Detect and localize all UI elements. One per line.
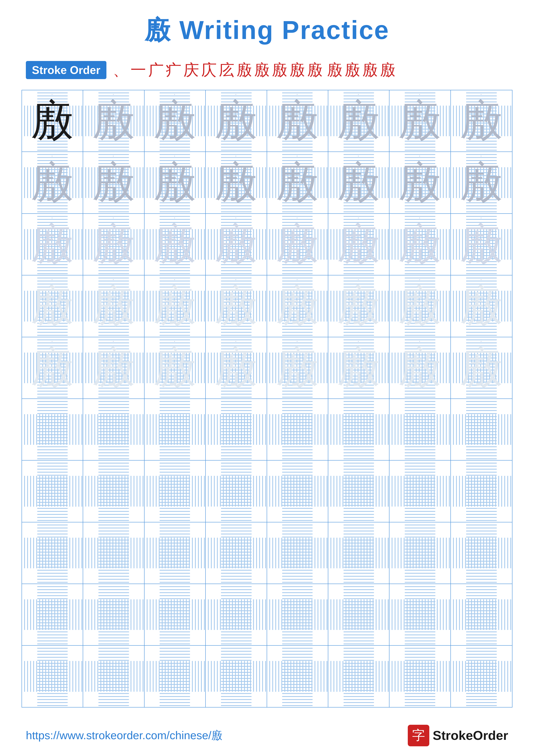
grid-cell-3-7[interactable]: · 廒 [390, 214, 451, 275]
grid-cell-1-3[interactable]: · 廒 [144, 90, 206, 151]
grid-cell-10-6[interactable] [328, 646, 390, 707]
grid-cell-9-2[interactable] [83, 584, 144, 645]
grid-cell-9-7[interactable] [390, 584, 451, 645]
corner-mark: · [174, 91, 176, 93]
grid-cell-7-8[interactable] [451, 461, 512, 522]
grid-cell-7-4[interactable] [206, 461, 267, 522]
grid-cell-4-3[interactable]: · 廒 [144, 275, 206, 337]
grid-cell-8-1[interactable] [22, 523, 83, 583]
grid-cell-8-5[interactable] [267, 523, 328, 583]
grid-cell-1-6[interactable]: · 廒 [328, 90, 390, 151]
practice-char: 廒 [337, 161, 380, 204]
corner-mark: · [113, 215, 115, 217]
grid-cell-6-7[interactable] [390, 399, 451, 460]
grid-cell-5-4[interactable]: · 廒 [206, 337, 267, 398]
practice-char: 廒 [398, 284, 441, 328]
grid-cell-10-3[interactable] [144, 646, 206, 707]
grid-cell-3-1[interactable]: · 廒 [22, 214, 83, 275]
grid-cell-9-6[interactable] [328, 584, 390, 645]
grid-cell-2-8[interactable]: · 廒 [451, 152, 512, 213]
grid-cell-10-5[interactable] [267, 646, 328, 707]
grid-cell-5-6[interactable]: · 廒 [328, 337, 390, 398]
grid-cell-4-1[interactable]: · 廒 [22, 275, 83, 337]
grid-cell-4-7[interactable]: · 廒 [390, 275, 451, 337]
grid-cell-6-1[interactable] [22, 399, 83, 460]
grid-cell-7-6[interactable] [328, 461, 390, 522]
grid-cell-8-4[interactable] [206, 523, 267, 583]
grid-cell-4-6[interactable]: · 廒 [328, 275, 390, 337]
grid-cell-5-1[interactable]: · 廒 [22, 337, 83, 398]
corner-mark: · [113, 91, 115, 93]
grid-row-5: · 廒 · 廒 · 廒 · 廒 · 廒 · 廒 · 廒 · 廒 [22, 337, 512, 399]
grid-cell-5-7[interactable]: · 廒 [390, 337, 451, 398]
grid-cell-2-3[interactable]: · 廒 [144, 152, 206, 213]
grid-cell-5-5[interactable]: · 廒 [267, 337, 328, 398]
grid-cell-9-5[interactable] [267, 584, 328, 645]
grid-cell-6-8[interactable] [451, 399, 512, 460]
grid-cell-6-6[interactable] [328, 399, 390, 460]
grid-cell-1-2[interactable]: · 廒 [83, 90, 144, 151]
grid-cell-1-1[interactable]: · 廒 [22, 90, 83, 151]
stroke-14: 廒 [345, 62, 360, 78]
grid-cell-3-4[interactable]: · 廒 [206, 214, 267, 275]
grid-cell-4-4[interactable]: · 廒 [206, 275, 267, 337]
stroke-11: 廒 [290, 62, 305, 78]
grid-cell-9-3[interactable] [144, 584, 206, 645]
grid-cell-5-3[interactable]: · 廒 [144, 337, 206, 398]
grid-cell-4-2[interactable]: · 廒 [83, 275, 144, 337]
grid-cell-8-3[interactable] [144, 523, 206, 583]
grid-cell-7-3[interactable] [144, 461, 206, 522]
stroke-15: 廒 [362, 62, 378, 78]
grid-cell-7-2[interactable] [83, 461, 144, 522]
grid-cell-1-8[interactable]: · 廒 [451, 90, 512, 151]
grid-cell-3-5[interactable]: · 廒 [267, 214, 328, 275]
grid-cell-9-8[interactable] [451, 584, 512, 645]
grid-cell-10-4[interactable] [206, 646, 267, 707]
grid-cell-2-4[interactable]: · 廒 [206, 152, 267, 213]
grid-cell-10-1[interactable] [22, 646, 83, 707]
corner-mark: · [480, 91, 483, 93]
grid-cell-2-1[interactable]: · 廒 [22, 152, 83, 213]
practice-char: 廒 [276, 161, 319, 204]
grid-cell-6-4[interactable] [206, 399, 267, 460]
grid-cell-8-8[interactable] [451, 523, 512, 583]
grid-cell-2-5[interactable]: · 廒 [267, 152, 328, 213]
grid-cell-5-8[interactable]: · 廒 [451, 337, 512, 398]
grid-cell-1-7[interactable]: · 廒 [390, 90, 451, 151]
corner-mark: · [235, 338, 237, 340]
grid-cell-6-2[interactable] [83, 399, 144, 460]
grid-row-7 [22, 461, 512, 522]
grid-cell-3-3[interactable]: · 廒 [144, 214, 206, 275]
grid-cell-3-6[interactable]: · 廒 [328, 214, 390, 275]
grid-cell-8-2[interactable] [83, 523, 144, 583]
grid-cell-3-2[interactable]: · 廒 [83, 214, 144, 275]
grid-cell-4-5[interactable]: · 廒 [267, 275, 328, 337]
practice-char: 廒 [460, 99, 503, 143]
practice-char: 廒 [276, 284, 319, 328]
grid-cell-4-8[interactable]: · 廒 [451, 275, 512, 337]
grid-cell-10-2[interactable] [83, 646, 144, 707]
corner-mark: · [174, 338, 176, 340]
grid-cell-1-4[interactable]: · 廒 [206, 90, 267, 151]
grid-cell-6-3[interactable] [144, 399, 206, 460]
grid-cell-2-7[interactable]: · 廒 [390, 152, 451, 213]
grid-cell-8-7[interactable] [390, 523, 451, 583]
grid-cell-5-2[interactable]: · 廒 [83, 337, 144, 398]
practice-char: 廒 [153, 223, 196, 266]
corner-mark: · [296, 153, 298, 155]
grid-cell-10-8[interactable] [451, 646, 512, 707]
grid-cell-1-5[interactable]: · 廒 [267, 90, 328, 151]
grid-cell-9-1[interactable] [22, 584, 83, 645]
grid-cell-7-1[interactable] [22, 461, 83, 522]
grid-cell-3-8[interactable]: · 廒 [451, 214, 512, 275]
stroke-3: 广 [148, 62, 164, 78]
grid-cell-9-4[interactable] [206, 584, 267, 645]
grid-cell-2-6[interactable]: · 廒 [328, 152, 390, 213]
grid-cell-2-2[interactable]: · 廒 [83, 152, 144, 213]
grid-cell-6-5[interactable] [267, 399, 328, 460]
footer-url[interactable]: https://www.strokeorder.com/chinese/廒 [26, 728, 222, 743]
grid-cell-7-5[interactable] [267, 461, 328, 522]
grid-cell-7-7[interactable] [390, 461, 451, 522]
grid-cell-10-7[interactable] [390, 646, 451, 707]
grid-cell-8-6[interactable] [328, 523, 390, 583]
